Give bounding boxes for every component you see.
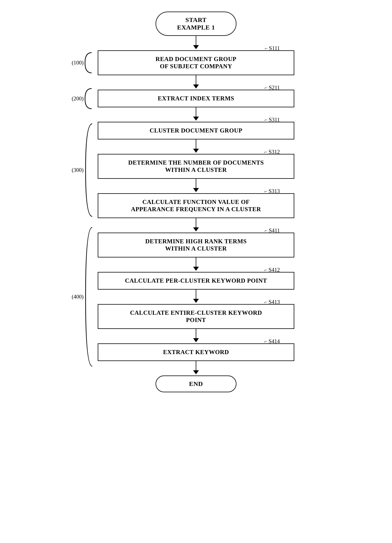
box-s111: READ DOCUMENT GROUPOF SUBJECT COMPANY (98, 50, 294, 75)
group-300-row: (300) S311 CLUSTER DOCUMENT GROUP S312 D… (66, 122, 326, 218)
step-label-s211: S211 (265, 84, 280, 91)
step-s413-wrapper: S413 CALCULATE ENTIRE-CLUSTER KEYWORDPOI… (98, 304, 294, 329)
group-300-content: S311 CLUSTER DOCUMENT GROUP S312 DETERMI… (98, 122, 294, 218)
box-s411: DETERMINE HIGH RANK TERMSWITHIN A CLUSTE… (98, 233, 294, 257)
group-200-label: (200) (72, 87, 92, 110)
arrow-9 (193, 361, 199, 376)
step-s312-wrapper: S312 DETERMINE THE NUMBER OF DOCUMENTSWI… (98, 154, 294, 179)
step-s211-wrapper: S211 EXTRACT INDEX TERMS (98, 90, 294, 107)
group-100-label: (100) (72, 51, 92, 74)
step-label-s412: S412 (264, 267, 280, 273)
step-s311-wrapper: S311 CLUSTER DOCUMENT GROUP (98, 122, 294, 139)
box-s414: EXTRACT KEYWORD (98, 343, 294, 361)
arrow-6 (193, 257, 199, 272)
box-s312: DETERMINE THE NUMBER OF DOCUMENTSWITHIN … (98, 154, 294, 179)
step-s313-wrapper: S313 CALCULATE FUNCTION VALUE OFAPPEARAN… (98, 193, 294, 218)
arrow-2 (193, 107, 199, 122)
arrow-3 (193, 139, 199, 154)
step-s411-wrapper: S411 DETERMINE HIGH RANK TERMSWITHIN A C… (98, 233, 294, 257)
group-400-label: (400) (72, 233, 93, 361)
step-label-s411: S411 (265, 227, 280, 234)
bracket-300 (84, 121, 93, 219)
arrow-1 (193, 75, 199, 90)
bracket-400 (84, 224, 93, 369)
step-label-s414: S414 (264, 338, 280, 345)
box-s413: CALCULATE ENTIRE-CLUSTER KEYWORDPOINT (98, 304, 294, 329)
arrow-7 (193, 290, 199, 304)
group-300-label: (300) (72, 122, 93, 218)
box-s311: CLUSTER DOCUMENT GROUP (98, 122, 294, 139)
step-s412-wrapper: S412 CALCULATE PER-CLUSTER KEYWORD POINT (98, 272, 294, 290)
bracket-100 (84, 51, 92, 74)
box-s313: CALCULATE FUNCTION VALUE OFAPPEARANCE FR… (98, 193, 294, 218)
arrow-5 (193, 218, 199, 233)
arrow-0 (193, 36, 199, 50)
step-label-s111: S111 (265, 45, 280, 51)
step-label-s311: S311 (265, 117, 280, 123)
flowchart: START EXAMPLE 1 (100) S111 READ DOCUMENT… (66, 12, 326, 392)
group-400-content: S411 DETERMINE HIGH RANK TERMSWITHIN A C… (98, 233, 294, 361)
step-label-s313: S313 (264, 188, 280, 194)
box-s211: EXTRACT INDEX TERMS (98, 90, 294, 107)
step-label-s312: S312 (264, 149, 280, 155)
row-s211: (200) S211 EXTRACT INDEX TERMS (66, 90, 326, 107)
end-label: END (189, 380, 203, 387)
bracket-200 (84, 87, 92, 110)
step-label-s413: S413 (264, 299, 280, 305)
step-s111-wrapper: S111 READ DOCUMENT GROUPOF SUBJECT COMPA… (98, 50, 294, 75)
step-s414-wrapper: S414 EXTRACT KEYWORD (98, 343, 294, 361)
start-line1: START (185, 16, 206, 23)
group-400-row: (400) S411 DETERMINE HIGH RANK TERMSWITH… (66, 233, 326, 361)
row-s111: (100) S111 READ DOCUMENT GROUPOF SUBJECT… (66, 50, 326, 75)
start-line2: EXAMPLE 1 (177, 24, 215, 31)
box-s412: CALCULATE PER-CLUSTER KEYWORD POINT (98, 272, 294, 290)
arrow-4 (193, 179, 199, 193)
arrow-8 (193, 329, 199, 343)
start-node: START EXAMPLE 1 (156, 12, 236, 36)
end-node: END (156, 376, 236, 392)
